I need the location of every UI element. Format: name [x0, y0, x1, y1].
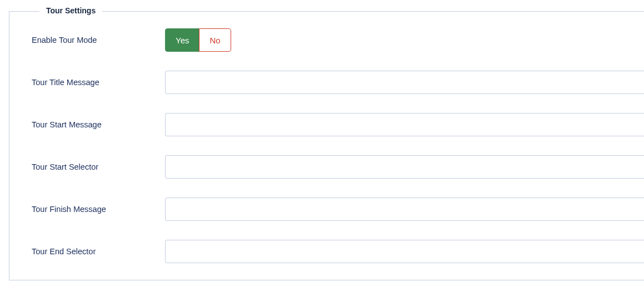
tour-start-message-row: Tour Start Message	[32, 113, 644, 136]
enable-tour-mode-toggle: Yes No	[165, 28, 231, 52]
tour-settings-fieldset: Tour Settings Enable Tour Mode Yes No To…	[9, 11, 644, 280]
tour-finish-message-input[interactable]	[165, 198, 644, 221]
enable-tour-mode-no-button[interactable]: No	[199, 28, 231, 52]
tour-finish-message-label: Tour Finish Message	[32, 205, 165, 214]
tour-start-message-label: Tour Start Message	[32, 120, 165, 129]
tour-end-selector-input[interactable]	[165, 240, 644, 263]
tour-end-selector-row: Tour End Selector	[32, 240, 644, 263]
tour-start-selector-row: Tour Start Selector	[32, 155, 644, 179]
enable-tour-mode-label: Enable Tour Mode	[32, 36, 165, 45]
enable-tour-mode-yes-button[interactable]: Yes	[165, 28, 199, 52]
tour-title-message-label: Tour Title Message	[32, 78, 165, 87]
fieldset-legend: Tour Settings	[39, 6, 102, 15]
enable-tour-mode-row: Enable Tour Mode Yes No	[32, 28, 644, 52]
tour-start-selector-label: Tour Start Selector	[32, 162, 165, 171]
tour-start-message-input[interactable]	[165, 113, 644, 136]
tour-title-message-input[interactable]	[165, 71, 644, 94]
tour-start-selector-input[interactable]	[165, 155, 644, 179]
tour-title-message-row: Tour Title Message	[32, 71, 644, 94]
tour-finish-message-row: Tour Finish Message	[32, 198, 644, 221]
tour-end-selector-label: Tour End Selector	[32, 247, 165, 256]
